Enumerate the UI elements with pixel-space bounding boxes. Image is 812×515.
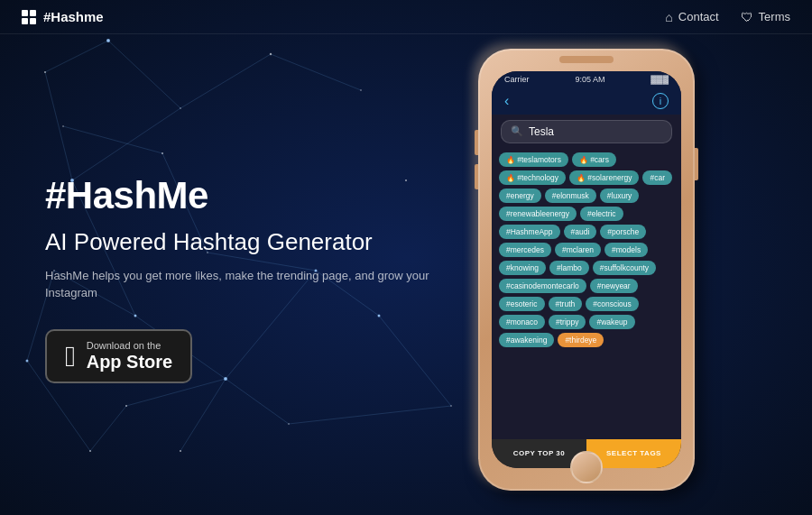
search-bar[interactable]: 🔍 Tesla bbox=[501, 120, 672, 143]
power-button bbox=[695, 148, 698, 180]
hashtag-tag[interactable]: #solarenergy bbox=[569, 170, 639, 185]
hero-title: #HashMe bbox=[45, 174, 478, 217]
contact-label: Contact bbox=[678, 10, 719, 23]
hashtag-tag[interactable]: #mercedes bbox=[499, 243, 551, 257]
hashtag-tag[interactable]: #HashmeApp bbox=[499, 225, 560, 239]
hashtag-tag[interactable]: #newyear bbox=[590, 279, 638, 293]
hashtag-tag[interactable]: #teslamotors bbox=[499, 152, 568, 167]
hashtag-tag[interactable]: #knowing bbox=[499, 261, 546, 275]
contact-link[interactable]: ⌂ Contact bbox=[665, 10, 718, 24]
terms-label: Terms bbox=[759, 10, 790, 23]
battery-indicator: ▓▓▓ bbox=[651, 75, 669, 84]
phone-mockup-section: Carrier 9:05 AM ▓▓▓ ‹ i 🔍 Tesla bbox=[478, 49, 713, 491]
search-text: Tesla bbox=[529, 125, 554, 138]
hashtag-tag[interactable]: #car bbox=[642, 170, 672, 185]
hero-description: HashMe helps you get more likes, make th… bbox=[45, 267, 478, 302]
hashtag-tag[interactable]: #casinodemontecarlo bbox=[499, 279, 586, 293]
logo[interactable]: #Hashme bbox=[22, 9, 104, 24]
hashtag-tag[interactable]: #suffolkcounty bbox=[593, 261, 656, 275]
hashtag-tag[interactable]: #thirdeye bbox=[558, 333, 604, 347]
hashtag-tag[interactable]: #awakening bbox=[499, 333, 554, 347]
hashtag-tag[interactable]: #lambo bbox=[549, 261, 589, 275]
app-store-text: Download on the App Store bbox=[87, 340, 173, 372]
main-content: #HashMe AI Powered Hashtag Generator Has… bbox=[0, 34, 812, 504]
phone-wrapper: Carrier 9:05 AM ▓▓▓ ‹ i 🔍 Tesla bbox=[478, 49, 695, 491]
hashtag-tag[interactable]: #porsche bbox=[600, 225, 646, 239]
hashtag-tag[interactable]: #trippy bbox=[549, 315, 586, 329]
phone-shell: Carrier 9:05 AM ▓▓▓ ‹ i 🔍 Tesla bbox=[478, 49, 695, 491]
hashtag-tag[interactable]: #audi bbox=[564, 225, 597, 239]
hero-section: #HashMe AI Powered Hashtag Generator Has… bbox=[45, 156, 478, 383]
time-text: 9:05 AM bbox=[575, 75, 604, 84]
volume-button-2 bbox=[475, 164, 478, 189]
hashtag-tag[interactable]: #mclaren bbox=[555, 243, 601, 257]
logo-text: #Hashme bbox=[43, 9, 104, 24]
hashtag-tag[interactable]: #electric bbox=[580, 207, 623, 221]
phone-speaker bbox=[559, 56, 614, 63]
hashtags-area: #teslamotors#cars#technology#solarenergy… bbox=[492, 149, 681, 351]
hashtag-tag[interactable]: #elonmusk bbox=[545, 189, 596, 203]
hashtag-tag[interactable]: #monaco bbox=[499, 315, 545, 329]
hashtag-tag[interactable]: #conscious bbox=[586, 297, 639, 311]
status-bar: Carrier 9:05 AM ▓▓▓ bbox=[492, 71, 681, 87]
back-button[interactable]: ‹ bbox=[504, 93, 509, 109]
terms-link[interactable]: 🛡 Terms bbox=[741, 10, 790, 24]
home-button[interactable] bbox=[570, 451, 603, 483]
hero-subtitle: AI Powered Hashtag Generator bbox=[45, 228, 478, 256]
apple-icon:  bbox=[65, 342, 76, 371]
search-icon: 🔍 bbox=[511, 125, 523, 137]
home-icon: ⌂ bbox=[665, 10, 672, 24]
hashtag-tag[interactable]: #luxury bbox=[600, 189, 639, 203]
volume-button-1 bbox=[475, 130, 478, 155]
navbar: #Hashme ⌂ Contact 🛡 Terms bbox=[0, 0, 812, 34]
hashtag-tag[interactable]: #models bbox=[604, 243, 648, 257]
app-store-small-text: Download on the bbox=[87, 340, 173, 351]
shield-icon: 🛡 bbox=[741, 10, 753, 24]
hashtag-tag[interactable]: #wakeup bbox=[589, 315, 634, 329]
carrier-text: Carrier bbox=[504, 75, 530, 84]
hashtag-tag[interactable]: #energy bbox=[499, 189, 541, 203]
logo-grid-icon bbox=[22, 10, 36, 24]
hashtag-tag[interactable]: #truth bbox=[549, 297, 583, 311]
app-store-large-text: App Store bbox=[87, 351, 173, 372]
hashtag-tag[interactable]: #esoteric bbox=[499, 297, 545, 311]
app-store-button[interactable]:  Download on the App Store bbox=[45, 329, 192, 383]
phone-screen: Carrier 9:05 AM ▓▓▓ ‹ i 🔍 Tesla bbox=[492, 71, 681, 468]
hashtag-tag[interactable]: #cars bbox=[572, 152, 616, 167]
hashtag-tag[interactable]: #renewableenergy bbox=[499, 207, 577, 221]
info-button[interactable]: i bbox=[652, 93, 669, 109]
screen-nav-bar: ‹ i bbox=[492, 87, 681, 115]
hashtag-tag[interactable]: #technology bbox=[499, 170, 566, 185]
nav-links: ⌂ Contact 🛡 Terms bbox=[665, 10, 790, 24]
